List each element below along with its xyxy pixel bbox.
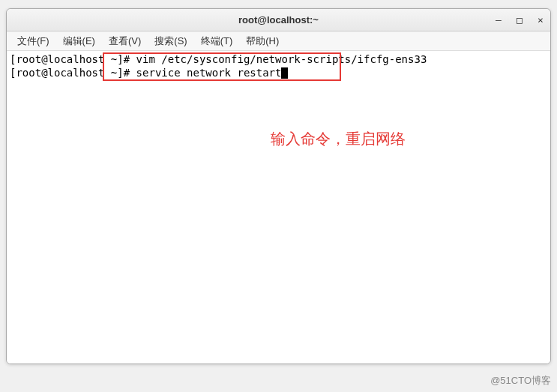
terminal-line: [root@localhost ~]# service network rest… bbox=[10, 66, 547, 79]
menu-file[interactable]: 文件(F) bbox=[11, 32, 55, 50]
menu-search[interactable]: 搜索(S) bbox=[148, 32, 193, 50]
menu-view[interactable]: 查看(V) bbox=[103, 32, 147, 50]
prompt: [root@localhost ~]# bbox=[10, 67, 130, 79]
watermark: @51CTO博客 bbox=[490, 374, 551, 388]
terminal-line: [root@localhost ~]# vim /etc/sysconfig/n… bbox=[10, 52, 547, 66]
command: vim /etc/sysconfig/network-scripts/ifcfg… bbox=[136, 53, 427, 65]
cursor bbox=[281, 67, 288, 79]
menu-help[interactable]: 帮助(H) bbox=[240, 32, 285, 50]
window-title: root@localhost:~ bbox=[238, 14, 319, 25]
menu-terminal[interactable]: 终端(T) bbox=[195, 32, 239, 50]
prompt: [root@localhost ~]# bbox=[10, 53, 130, 65]
menubar: 文件(F) 编辑(E) 查看(V) 搜索(S) 终端(T) 帮助(H) bbox=[7, 31, 550, 51]
terminal-body[interactable]: [root@localhost ~]# vim /etc/sysconfig/n… bbox=[7, 51, 550, 364]
window-controls: — □ × bbox=[493, 15, 546, 25]
annotation-text: 输入命令，重启网络 bbox=[271, 132, 406, 145]
menu-edit[interactable]: 编辑(E) bbox=[57, 32, 101, 50]
close-button[interactable]: × bbox=[535, 15, 546, 25]
minimize-button[interactable]: — bbox=[493, 15, 504, 25]
maximize-button[interactable]: □ bbox=[514, 15, 525, 25]
command: service network restart bbox=[136, 67, 282, 79]
terminal-window: root@localhost:~ — □ × 文件(F) 编辑(E) 查看(V)… bbox=[6, 8, 551, 364]
titlebar: root@localhost:~ — □ × bbox=[7, 9, 550, 31]
